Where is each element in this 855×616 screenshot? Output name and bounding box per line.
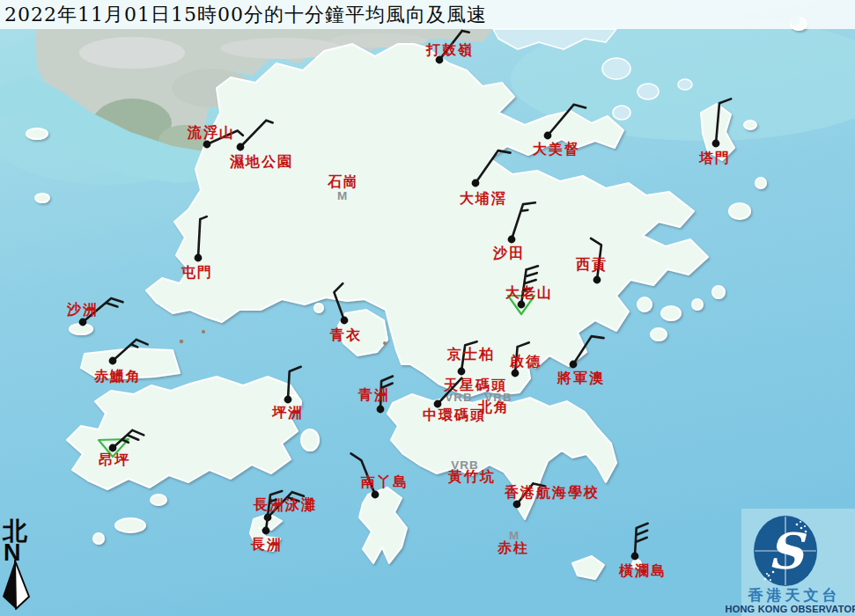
- station-label: 打鼓嶺: [425, 41, 474, 58]
- station-label: 橫瀾島: [618, 562, 667, 579]
- station-dot: [631, 553, 639, 561]
- station-dot: [518, 301, 526, 309]
- station-tag-vrb: VRB: [484, 391, 512, 404]
- station-label: 沙洲: [66, 301, 99, 318]
- station-dot: [203, 141, 211, 149]
- station-dot: [513, 501, 521, 509]
- station-label: 青衣: [329, 326, 362, 343]
- station-dot: [570, 361, 578, 369]
- station-dot: [458, 368, 466, 376]
- station-dot: [508, 236, 516, 244]
- hko-logo: S 香港天文台 HONG KONG OBSERVATORY: [726, 509, 855, 616]
- station-dot: [262, 527, 270, 535]
- station-label: 濕地公園: [229, 153, 293, 170]
- station-dot: [712, 140, 720, 148]
- station-label: 赤鱲角: [93, 368, 142, 385]
- land-soko: [115, 518, 145, 532]
- station-label: 昂坪: [99, 451, 130, 468]
- station-dot: [79, 319, 87, 326]
- logo-name-en: HONG KONG OBSERVATORY: [726, 604, 855, 614]
- station-label: 西貢: [575, 256, 608, 273]
- station-label: 流浮山: [187, 124, 235, 141]
- station-label: 石崗: [327, 173, 359, 190]
- station-label: 長洲: [250, 536, 283, 553]
- station-dot: [593, 276, 601, 284]
- station-dot: [544, 132, 552, 140]
- station-label: 塔門: [698, 150, 731, 166]
- station-dot: [237, 143, 245, 151]
- station-label: 香港航海學校: [504, 484, 600, 501]
- station-label: 京士柏: [446, 346, 495, 363]
- station-label: 大老山: [505, 284, 553, 301]
- land-ma-wan: [314, 304, 323, 312]
- station-dot: [472, 180, 480, 187]
- station-dot: [109, 357, 117, 365]
- station-dot: [195, 254, 203, 262]
- map-title: 2022年11月01日15時00分的十分鐘平均風向及風速: [4, 4, 487, 26]
- station-tag-m: M: [509, 529, 520, 542]
- wind-map-page: 2022年11月01日15時00分的十分鐘平均風向及風速 打鼓嶺流浮山濕地公園石…: [0, 0, 855, 616]
- station-tag-vrb: VRB: [451, 458, 479, 472]
- station-label: 坪洲: [271, 404, 304, 421]
- station-dot: [377, 406, 385, 414]
- station-tag-m: M: [337, 189, 348, 202]
- wind-map: 2022年11月01日15時00分的十分鐘平均風向及風速 打鼓嶺流浮山濕地公園石…: [0, 0, 855, 616]
- station-dot: [284, 396, 292, 404]
- harbour-speck: [180, 340, 183, 343]
- compass-n-label: N: [4, 539, 21, 566]
- station-label: 啟德: [509, 353, 542, 370]
- station-dot: [341, 317, 349, 325]
- station-dot: [372, 491, 380, 499]
- harbour-speck: [383, 341, 387, 345]
- land-hei-ling-chau: [301, 429, 319, 451]
- station-label: 長洲泳灘: [253, 496, 317, 513]
- station-label: 青洲: [357, 386, 390, 403]
- station-label: 沙田: [492, 245, 525, 261]
- station-label: 將軍澳: [556, 370, 605, 386]
- station-label: 南丫島: [360, 473, 409, 490]
- station-label: 大埔滘: [460, 190, 507, 207]
- station-label: 屯門: [181, 264, 213, 281]
- station-dot: [512, 370, 520, 378]
- station-label: 大美督: [533, 141, 580, 158]
- station-label: 中環碼頭: [423, 407, 486, 423]
- logo-name-zh: 香港天文台: [748, 586, 841, 604]
- harbour-speck: [202, 330, 205, 334]
